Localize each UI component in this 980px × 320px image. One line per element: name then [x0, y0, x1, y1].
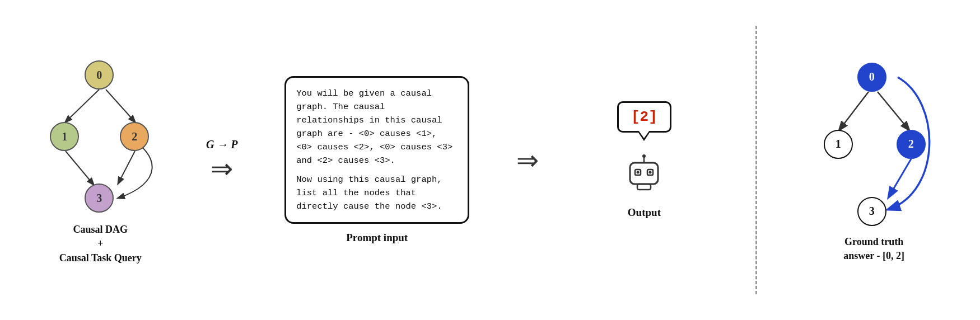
robot-svg [622, 152, 666, 196]
prompt-text2: Now using this causal graph, list all th… [296, 173, 458, 213]
speech-bubble: [2] [617, 101, 671, 133]
output-area: [2] [617, 101, 671, 199]
svg-line-1 [106, 90, 135, 122]
dag-label: Causal DAG + Causal Task Query [59, 223, 142, 265]
svg-line-3 [66, 151, 94, 185]
ground-node-3: 3 [857, 197, 886, 226]
output-label: Output [628, 206, 661, 219]
svg-line-12 [839, 92, 869, 130]
output-section: [2] Outpu [582, 101, 706, 219]
prompt-label: Prompt input [346, 232, 408, 244]
dag-label-line1: Causal DAG [73, 224, 128, 235]
svg-point-10 [642, 154, 646, 158]
prompt-box: You will be given a causal graph. The ca… [284, 76, 469, 224]
arrow2-symbol: ⇒ [516, 144, 539, 176]
svg-line-2 [118, 151, 135, 183]
svg-point-7 [637, 171, 640, 174]
svg-rect-4 [630, 163, 658, 184]
ground-truth-section: 0 1 2 3 Ground truth answer - [0, 2] [807, 57, 941, 263]
robot-icon [622, 152, 666, 199]
arrow1-symbol: ⇒ [211, 156, 233, 182]
gp-label: G → P [206, 138, 238, 151]
ground-label-line1: Ground truth [844, 236, 903, 247]
ground-label-line2: answer - [0, 2] [843, 250, 904, 261]
causal-dag-section: 0 1 2 3 Causal DAG + Causal Task Query [39, 55, 162, 265]
ground-graph: 0 1 2 3 [813, 57, 936, 230]
ground-node-1: 1 [824, 130, 853, 159]
main-container: 0 1 2 3 Causal DAG + Causal Task Query G… [0, 0, 980, 320]
prompt-section: You will be given a causal graph. The ca… [282, 76, 472, 244]
prompt-text1: You will be given a causal graph. The ca… [296, 87, 458, 167]
svg-line-13 [878, 92, 909, 130]
dag-graph: 0 1 2 3 [44, 55, 156, 217]
ground-node-0: 0 [857, 63, 886, 92]
output-value: [2] [631, 109, 657, 125]
svg-line-14 [889, 159, 911, 197]
dashed-separator [755, 26, 757, 294]
dag-label-plus: + [97, 238, 103, 249]
ground-truth-label: Ground truth answer - [0, 2] [843, 235, 904, 263]
svg-point-8 [649, 171, 652, 174]
ground-node-2: 2 [897, 130, 926, 159]
gp-arrow-section: G → P ⇒ [206, 138, 238, 182]
svg-line-0 [66, 90, 99, 122]
dag-label-line2: Causal Task Query [59, 252, 142, 263]
